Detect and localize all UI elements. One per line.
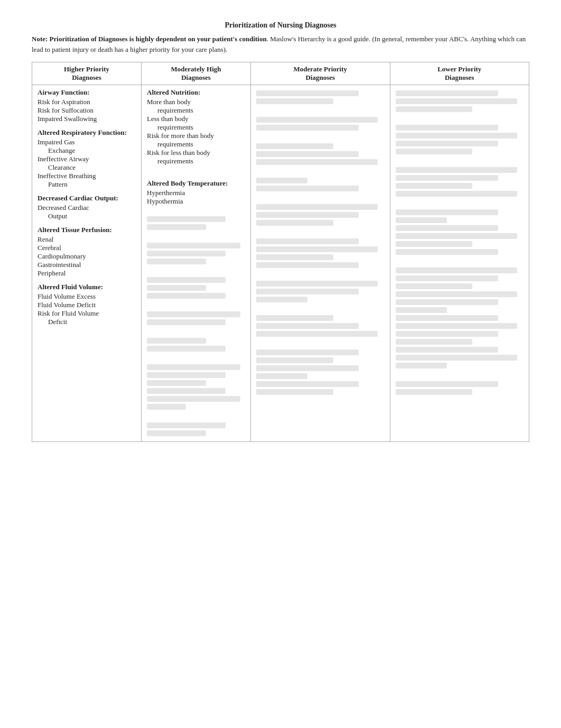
blurred-content <box>256 117 378 123</box>
col2-line1: Moderately High <box>171 65 221 73</box>
list-item: Risk for less than body <box>147 149 210 156</box>
blurred-content <box>396 125 498 131</box>
note-bold: Note: Prioritization of Diagnoses is hig… <box>32 35 267 43</box>
blurred-content <box>256 204 378 210</box>
blurred-content <box>396 291 517 297</box>
blurred-content <box>396 347 498 353</box>
blurred-content <box>256 90 359 96</box>
blurred-content <box>147 396 240 402</box>
blurred-content <box>396 307 447 313</box>
blurred-content <box>396 98 517 104</box>
col1-line1: Higher Priority <box>64 65 109 73</box>
col4-header: Lower Priority Diagnoses <box>390 62 529 85</box>
blurred-content <box>256 381 359 387</box>
blurred-content <box>256 254 333 260</box>
blurred-content <box>256 323 359 329</box>
blurred-content <box>256 365 359 371</box>
blurred-content <box>396 241 473 247</box>
blurred-content <box>396 175 498 181</box>
blurred-content <box>256 281 378 287</box>
col3-content <box>251 85 390 442</box>
blurred-content <box>256 349 359 355</box>
blurred-content <box>256 357 333 363</box>
blurred-content <box>396 299 498 305</box>
blurred-content <box>147 259 206 264</box>
temp-header: Altered Body Temperature: <box>147 179 245 188</box>
list-item: requirements <box>147 123 245 132</box>
blurred-content <box>147 404 186 410</box>
list-item: Impaired Swallowing <box>38 115 97 123</box>
blurred-content <box>396 191 517 197</box>
blurred-content <box>396 249 498 255</box>
list-item: Risk for Suffocation <box>38 106 94 114</box>
col1-header: Higher Priority Diagnoses <box>32 62 142 85</box>
blurred-content <box>396 90 498 96</box>
blurred-content <box>396 355 517 361</box>
blurred-content <box>396 381 498 387</box>
blurred-content <box>396 339 473 345</box>
list-item: Cerebral <box>38 244 61 252</box>
list-item: Hyperthermia <box>147 189 185 197</box>
respiratory-header: Altered Respiratory Function: <box>38 128 136 137</box>
fluid-header: Altered Fluid Volume: <box>38 283 136 291</box>
blurred-content <box>256 125 359 131</box>
col4-line2: Diagnoses <box>445 73 474 81</box>
list-item: Peripheral <box>38 269 66 277</box>
list-item: Decreased Cardiac <box>38 204 89 211</box>
col3-line1: Moderate Priority <box>294 65 347 73</box>
blurred-content <box>256 151 359 157</box>
nutrition-header: Altered Nutrition: <box>147 88 245 97</box>
blurred-content <box>256 246 378 252</box>
table-row-main: Airway Function: Risk for Aspiration Ris… <box>32 85 529 442</box>
col4-line1: Lower Priority <box>437 65 481 73</box>
list-item: Pattern <box>38 180 136 189</box>
list-item: Hypothermia <box>147 197 183 205</box>
col3-line2: Diagnoses <box>305 73 335 81</box>
blurred-content <box>256 262 359 268</box>
list-item: More than body <box>147 98 191 106</box>
blurred-content <box>256 143 333 149</box>
blurred-content <box>147 422 226 428</box>
blurred-content <box>147 364 240 370</box>
note-text: Note: Prioritization of Diagnoses is hig… <box>32 34 529 54</box>
blurred-content <box>256 315 333 321</box>
cardiac-header: Decreased Cardiac Output: <box>38 194 136 202</box>
blurred-content <box>396 283 473 289</box>
blurred-content <box>147 216 226 222</box>
blurred-content <box>147 277 226 283</box>
list-item: Cardiopulmonary <box>38 252 86 260</box>
blurred-content <box>147 380 206 386</box>
blurred-content <box>396 268 517 273</box>
list-item: Ineffective Breathing <box>38 172 96 180</box>
blurred-content <box>396 331 498 337</box>
blurred-content <box>147 346 226 352</box>
blurred-content <box>256 297 307 302</box>
list-item: Risk for more than body <box>147 132 214 140</box>
blurred-content <box>396 209 498 215</box>
col2-content: Altered Nutrition: More than body requir… <box>142 85 251 442</box>
tissue-header: Altered Tissue Perfusion: <box>38 226 136 234</box>
blurred-content <box>396 133 517 139</box>
blurred-content <box>396 389 473 395</box>
list-item: Clearance <box>38 163 136 172</box>
blurred-content <box>147 338 206 344</box>
diagnoses-table: Higher Priority Diagnoses Moderately Hig… <box>32 62 529 442</box>
blurred-content <box>256 186 359 191</box>
list-item: Risk for Aspiration <box>38 98 90 106</box>
blurred-content <box>396 363 447 368</box>
col3-header: Moderate Priority Diagnoses <box>251 62 390 85</box>
col1-line2: Diagnoses <box>72 73 101 81</box>
blurred-content <box>256 389 333 395</box>
blurred-content <box>256 373 307 379</box>
blurred-content <box>396 141 498 146</box>
list-item: Renal <box>38 235 53 243</box>
blurred-content <box>147 311 240 317</box>
list-item: Deficit <box>38 318 136 326</box>
airway-function-header: Airway Function: <box>38 88 136 97</box>
blurred-content <box>147 251 226 256</box>
blurred-content <box>396 275 498 281</box>
blurred-content <box>256 98 333 104</box>
col2-header: Moderately High Diagnoses <box>142 62 251 85</box>
page-title: Prioritization of Nursing Diagnoses <box>32 21 529 30</box>
blurred-content <box>256 220 333 226</box>
